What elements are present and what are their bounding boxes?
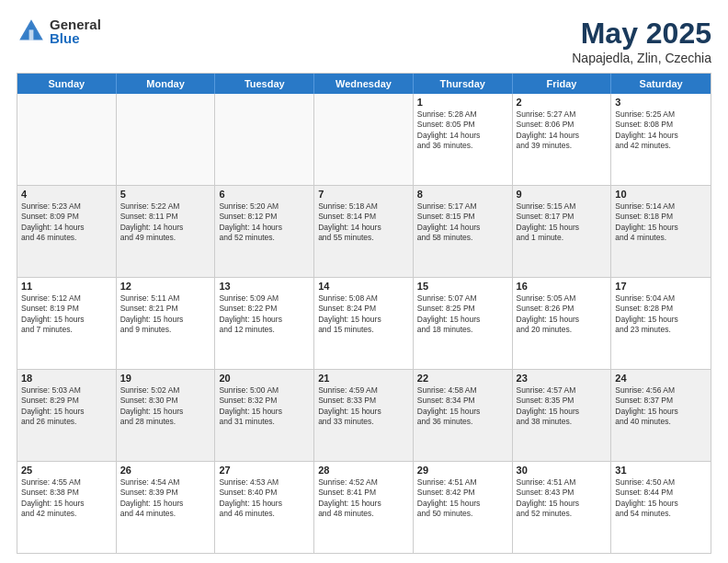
day-number: 10: [615, 189, 707, 200]
day-number: 28: [318, 465, 409, 476]
month-title: May 2025: [572, 17, 711, 51]
calendar-cell: [17, 94, 117, 185]
calendar-cell: 30Sunrise: 4:51 AM Sunset: 8:43 PM Dayli…: [513, 462, 612, 553]
calendar-cell: 29Sunrise: 4:51 AM Sunset: 8:42 PM Dayli…: [414, 462, 513, 553]
day-info: Sunrise: 4:51 AM Sunset: 8:42 PM Dayligh…: [417, 477, 508, 520]
calendar-row-1: 1Sunrise: 5:28 AM Sunset: 8:05 PM Daylig…: [17, 94, 711, 185]
header-day-tuesday: Tuesday: [215, 74, 314, 94]
header: General Blue May 2025 Napajedla, Zlin, C…: [17, 17, 711, 65]
day-info: Sunrise: 5:15 AM Sunset: 8:17 PM Dayligh…: [517, 201, 608, 244]
day-info: Sunrise: 5:22 AM Sunset: 8:11 PM Dayligh…: [120, 201, 211, 244]
calendar-row-4: 18Sunrise: 5:03 AM Sunset: 8:29 PM Dayli…: [17, 369, 711, 461]
day-info: Sunrise: 5:14 AM Sunset: 8:18 PM Dayligh…: [615, 201, 707, 244]
calendar-cell: 14Sunrise: 5:08 AM Sunset: 8:24 PM Dayli…: [314, 278, 414, 369]
calendar-header: SundayMondayTuesdayWednesdayThursdayFrid…: [17, 74, 711, 94]
day-info: Sunrise: 4:54 AM Sunset: 8:39 PM Dayligh…: [120, 477, 211, 520]
day-number: 26: [120, 465, 211, 476]
calendar-cell: [314, 94, 414, 185]
day-info: Sunrise: 5:20 AM Sunset: 8:12 PM Dayligh…: [219, 201, 310, 244]
day-number: 21: [318, 373, 409, 384]
day-number: 13: [219, 281, 310, 292]
day-info: Sunrise: 5:11 AM Sunset: 8:21 PM Dayligh…: [120, 293, 211, 336]
calendar-cell: 25Sunrise: 4:55 AM Sunset: 8:38 PM Dayli…: [17, 462, 117, 553]
day-info: Sunrise: 5:04 AM Sunset: 8:28 PM Dayligh…: [615, 293, 707, 336]
day-number: 7: [318, 189, 409, 200]
day-number: 9: [517, 189, 608, 200]
calendar-cell: 2Sunrise: 5:27 AM Sunset: 8:06 PM Daylig…: [513, 94, 612, 185]
day-info: Sunrise: 5:02 AM Sunset: 8:30 PM Dayligh…: [120, 385, 211, 428]
day-number: 12: [120, 281, 211, 292]
day-info: Sunrise: 5:08 AM Sunset: 8:24 PM Dayligh…: [318, 293, 409, 336]
calendar-cell: 27Sunrise: 4:53 AM Sunset: 8:40 PM Dayli…: [215, 462, 314, 553]
day-number: 6: [219, 189, 310, 200]
calendar-cell: 9Sunrise: 5:15 AM Sunset: 8:17 PM Daylig…: [513, 186, 612, 277]
day-number: 27: [219, 465, 310, 476]
day-info: Sunrise: 5:12 AM Sunset: 8:19 PM Dayligh…: [21, 293, 112, 336]
title-block: May 2025 Napajedla, Zlin, Czechia: [572, 17, 711, 65]
calendar-cell: 15Sunrise: 5:07 AM Sunset: 8:25 PM Dayli…: [414, 278, 513, 369]
day-number: 22: [417, 373, 508, 384]
calendar-cell: 3Sunrise: 5:25 AM Sunset: 8:08 PM Daylig…: [611, 94, 711, 185]
day-info: Sunrise: 4:55 AM Sunset: 8:38 PM Dayligh…: [21, 477, 112, 520]
day-info: Sunrise: 5:27 AM Sunset: 8:06 PM Dayligh…: [517, 109, 608, 152]
day-info: Sunrise: 5:07 AM Sunset: 8:25 PM Dayligh…: [417, 293, 508, 336]
day-info: Sunrise: 4:53 AM Sunset: 8:40 PM Dayligh…: [219, 477, 310, 520]
svg-rect-2: [29, 29, 34, 40]
calendar-cell: 1Sunrise: 5:28 AM Sunset: 8:05 PM Daylig…: [414, 94, 513, 185]
day-number: 23: [517, 373, 608, 384]
day-info: Sunrise: 5:18 AM Sunset: 8:14 PM Dayligh…: [318, 201, 409, 244]
day-info: Sunrise: 5:09 AM Sunset: 8:22 PM Dayligh…: [219, 293, 310, 336]
day-number: 17: [615, 281, 707, 292]
calendar-cell: 6Sunrise: 5:20 AM Sunset: 8:12 PM Daylig…: [215, 186, 314, 277]
header-day-sunday: Sunday: [17, 74, 117, 94]
logo-icon: [17, 17, 46, 46]
header-day-friday: Friday: [513, 74, 612, 94]
calendar-row-2: 4Sunrise: 5:23 AM Sunset: 8:09 PM Daylig…: [17, 185, 711, 277]
day-number: 5: [120, 189, 211, 200]
calendar-cell: 5Sunrise: 5:22 AM Sunset: 8:11 PM Daylig…: [117, 186, 216, 277]
day-number: 19: [120, 373, 211, 384]
day-number: 16: [517, 281, 608, 292]
day-number: 3: [615, 97, 707, 108]
calendar-cell: 31Sunrise: 4:50 AM Sunset: 8:44 PM Dayli…: [611, 462, 711, 553]
header-day-wednesday: Wednesday: [314, 74, 414, 94]
day-info: Sunrise: 5:03 AM Sunset: 8:29 PM Dayligh…: [21, 385, 112, 428]
day-number: 29: [417, 465, 508, 476]
day-info: Sunrise: 4:57 AM Sunset: 8:35 PM Dayligh…: [517, 385, 608, 428]
calendar-cell: 10Sunrise: 5:14 AM Sunset: 8:18 PM Dayli…: [611, 186, 711, 277]
day-info: Sunrise: 4:56 AM Sunset: 8:37 PM Dayligh…: [615, 385, 707, 428]
day-number: 2: [517, 97, 608, 108]
day-number: 20: [219, 373, 310, 384]
header-day-monday: Monday: [117, 74, 216, 94]
logo-blue-label: Blue: [50, 31, 101, 45]
calendar-cell: 4Sunrise: 5:23 AM Sunset: 8:09 PM Daylig…: [17, 186, 117, 277]
day-info: Sunrise: 4:59 AM Sunset: 8:33 PM Dayligh…: [318, 385, 409, 428]
day-number: 1: [417, 97, 508, 108]
calendar-body: 1Sunrise: 5:28 AM Sunset: 8:05 PM Daylig…: [17, 94, 711, 553]
logo: General Blue: [17, 17, 101, 46]
calendar-row-5: 25Sunrise: 4:55 AM Sunset: 8:38 PM Dayli…: [17, 461, 711, 553]
day-info: Sunrise: 5:05 AM Sunset: 8:26 PM Dayligh…: [517, 293, 608, 336]
day-number: 24: [615, 373, 707, 384]
calendar-cell: 20Sunrise: 5:00 AM Sunset: 8:32 PM Dayli…: [215, 370, 314, 461]
calendar-cell: 18Sunrise: 5:03 AM Sunset: 8:29 PM Dayli…: [17, 370, 117, 461]
day-number: 18: [21, 373, 112, 384]
calendar-cell: 17Sunrise: 5:04 AM Sunset: 8:28 PM Dayli…: [611, 278, 711, 369]
page: General Blue May 2025 Napajedla, Zlin, C…: [0, 0, 728, 563]
calendar-cell: 13Sunrise: 5:09 AM Sunset: 8:22 PM Dayli…: [215, 278, 314, 369]
calendar-cell: [117, 94, 216, 185]
day-number: 25: [21, 465, 112, 476]
day-info: Sunrise: 4:51 AM Sunset: 8:43 PM Dayligh…: [517, 477, 608, 520]
calendar-cell: 11Sunrise: 5:12 AM Sunset: 8:19 PM Dayli…: [17, 278, 117, 369]
calendar-cell: 28Sunrise: 4:52 AM Sunset: 8:41 PM Dayli…: [314, 462, 414, 553]
day-info: Sunrise: 4:58 AM Sunset: 8:34 PM Dayligh…: [417, 385, 508, 428]
day-info: Sunrise: 5:25 AM Sunset: 8:08 PM Dayligh…: [615, 109, 707, 152]
calendar: SundayMondayTuesdayWednesdayThursdayFrid…: [17, 73, 711, 554]
day-info: Sunrise: 5:00 AM Sunset: 8:32 PM Dayligh…: [219, 385, 310, 428]
day-info: Sunrise: 5:17 AM Sunset: 8:15 PM Dayligh…: [417, 201, 508, 244]
logo-general-label: General: [50, 17, 101, 31]
day-info: Sunrise: 4:52 AM Sunset: 8:41 PM Dayligh…: [318, 477, 409, 520]
day-number: 8: [417, 189, 508, 200]
calendar-cell: 23Sunrise: 4:57 AM Sunset: 8:35 PM Dayli…: [513, 370, 612, 461]
day-number: 15: [417, 281, 508, 292]
